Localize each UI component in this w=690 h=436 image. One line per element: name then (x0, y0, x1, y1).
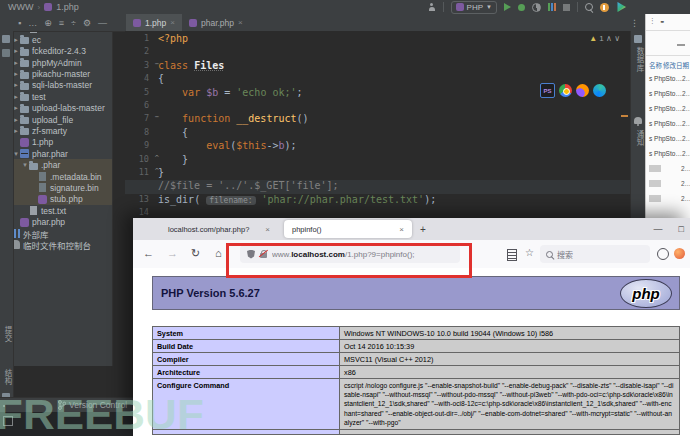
tree-item[interactable]: ▸ec (0, 34, 112, 45)
back-button[interactable]: ← (143, 247, 154, 259)
tree-item[interactable]: ▸zf-smarty (0, 125, 112, 136)
panel-toolbar-icon[interactable]: ▪ (18, 18, 21, 28)
reader-view-icon[interactable] (507, 249, 517, 261)
tree-item[interactable]: ▾.phar (0, 159, 112, 170)
explorer-file-row[interactable]: s PhpSto…2… (646, 71, 690, 86)
project-panel-toolbar[interactable]: ▪…⊕≡÷⚙— (0, 18, 112, 28)
forward-button[interactable]: → (167, 247, 178, 259)
explorer-column-headers[interactable]: 名称 修改日期 (646, 58, 690, 71)
home-button[interactable]: ⌂ (215, 247, 222, 259)
explorer-file-row[interactable]: s PhpSto…2… (646, 116, 690, 131)
profiler-button[interactable] (548, 3, 556, 11)
browser-window[interactable]: localhost.com/phar.php? × phpinfo() × + … (133, 218, 690, 436)
tree-item[interactable]: test.txt (0, 205, 112, 216)
panel-toolbar-icon[interactable]: ⊕ (44, 18, 52, 28)
explorer-file-row[interactable]: s PhpSto…2… (646, 86, 690, 101)
breadcrumb[interactable]: WWW › 1.php (0, 2, 79, 12)
tree-item[interactable]: 外部库 (0, 228, 112, 239)
tree-item[interactable]: ▸test (0, 91, 112, 102)
panel-toolbar-icon[interactable]: ⚙ (83, 18, 91, 28)
stripe-label-commit[interactable]: 提交 (2, 326, 13, 343)
browser-tab-phar[interactable]: localhost.com/phar.php? × (160, 220, 278, 238)
explorer-file-row[interactable]: 2… (646, 176, 690, 191)
view-icon[interactable]: ▪▪ (661, 18, 664, 25)
tree-item[interactable]: stub.php (0, 194, 112, 205)
close-tab-icon[interactable]: × (265, 225, 270, 234)
editor-tab-pharphp[interactable]: phar.php × (182, 14, 250, 31)
code-line[interactable]: is_dir( filename: 'phar://phar.phar/test… (158, 194, 630, 207)
phpstorm-browser-icon[interactable]: PS (540, 83, 555, 98)
tree-item[interactable]: ▸sqli-labs-master (0, 80, 112, 91)
coverage-button[interactable] (532, 3, 541, 12)
chrome-icon[interactable] (559, 84, 572, 97)
stripe-label-notifications[interactable]: 通知 (634, 130, 645, 147)
code-line[interactable]: } (158, 167, 630, 180)
minimize-button[interactable]: — (654, 224, 663, 234)
search-everywhere-icon[interactable] (585, 3, 593, 11)
code-line[interactable]: //$file = '../'.$_GET['file']; (125, 180, 630, 193)
code-line[interactable] (158, 46, 630, 59)
user-icon[interactable] (428, 3, 436, 11)
tree-item[interactable]: ▸pikachu-master (0, 68, 112, 79)
date-column-header[interactable]: 修改日期 (663, 60, 689, 70)
folder-stripe-icon[interactable] (2, 49, 10, 57)
code-lines[interactable]: <?phpclass Files{ var $b = 'echo ok;'; f… (158, 33, 630, 220)
tree-item[interactable]: .metadata.bin (0, 171, 112, 182)
tree-item[interactable]: signature.bin (0, 182, 112, 193)
firefox-icon[interactable] (576, 84, 589, 97)
project-stripe-icon[interactable] (2, 35, 10, 43)
new-tab-button[interactable]: + (420, 224, 426, 235)
tree-item[interactable]: ▸fckeditor-2.4.3 (0, 46, 112, 57)
code-line[interactable] (158, 100, 630, 113)
explorer-file-row[interactable]: s PhpSto…2… (646, 101, 690, 116)
ide-features-icon[interactable] (616, 2, 626, 12)
editor-tab-1php[interactable]: 1.php × (126, 14, 182, 31)
tree-item[interactable]: 1.php (0, 137, 112, 148)
tree-chevron-icon[interactable]: ▾ (21, 161, 29, 169)
debug-button[interactable] (518, 4, 525, 11)
explorer-file-row[interactable]: s PhpSto…2… (646, 131, 690, 146)
tree-item[interactable]: phar.php (0, 216, 112, 227)
close-tab-icon[interactable]: × (170, 18, 175, 27)
explorer-file-row[interactable]: 2… (646, 191, 690, 206)
maximize-button[interactable]: □ (679, 224, 684, 234)
tree-item[interactable]: ▸upload-labs-master (0, 103, 112, 114)
browser-search-box[interactable]: 搜索 (540, 245, 650, 263)
code-line[interactable]: class Files (158, 60, 630, 73)
database-stripe-icon[interactable] (634, 35, 642, 43)
more-icon[interactable]: ⋮ (649, 17, 656, 25)
close-tab-icon[interactable]: × (238, 18, 243, 27)
tree-item[interactable]: ▸upload_file (0, 114, 112, 125)
inspection-widget[interactable]: ▲ 1 ∧ ∨ (589, 34, 620, 43)
prev-issue-icon[interactable]: ∧ (606, 34, 612, 43)
browser-tab-phpinfo[interactable]: phpinfo() × (284, 220, 412, 238)
code-line[interactable]: function __destruct() (158, 113, 630, 126)
code-line[interactable]: eval($this->b); (158, 140, 630, 153)
edge-icon[interactable] (593, 84, 606, 97)
profile-avatar[interactable] (674, 248, 685, 259)
account-icon[interactable] (657, 248, 669, 260)
next-issue-icon[interactable]: ∨ (614, 34, 620, 43)
panel-toolbar-icon[interactable]: — (98, 18, 107, 28)
panel-toolbar-icon[interactable]: ÷ (71, 18, 76, 28)
close-tab-icon[interactable]: × (399, 225, 404, 234)
bell-icon[interactable] (634, 117, 642, 124)
code-line[interactable]: { (158, 127, 630, 140)
tree-item[interactable]: ▾phar.phar (0, 148, 112, 159)
reload-button[interactable]: ↻ (191, 247, 200, 260)
name-column-header[interactable]: 名称 (649, 60, 662, 70)
explorer-file-row[interactable]: 2… (646, 161, 690, 176)
run-button[interactable] (504, 3, 511, 11)
tree-item[interactable]: ▸phpMyAdmin (0, 57, 112, 68)
panel-toolbar-icon[interactable]: ≡ (59, 18, 64, 28)
stop-button[interactable] (563, 4, 570, 11)
bookmark-star-icon[interactable]: ☆ (525, 247, 534, 258)
panel-toolbar-icon[interactable]: … (28, 18, 37, 28)
stripe-label-structure[interactable]: 结构 (2, 369, 13, 386)
run-config-selector[interactable]: PHP ▼ (451, 1, 497, 14)
code-line[interactable]: <?php (158, 33, 630, 46)
tree-item[interactable]: 临时文件和控制台 (0, 239, 112, 250)
explorer-toolbar[interactable]: ⋮ ▪▪ (646, 14, 690, 28)
error-stripe-mark[interactable] (621, 115, 628, 117)
stripe-label-database[interactable]: 数据库 (634, 47, 645, 73)
